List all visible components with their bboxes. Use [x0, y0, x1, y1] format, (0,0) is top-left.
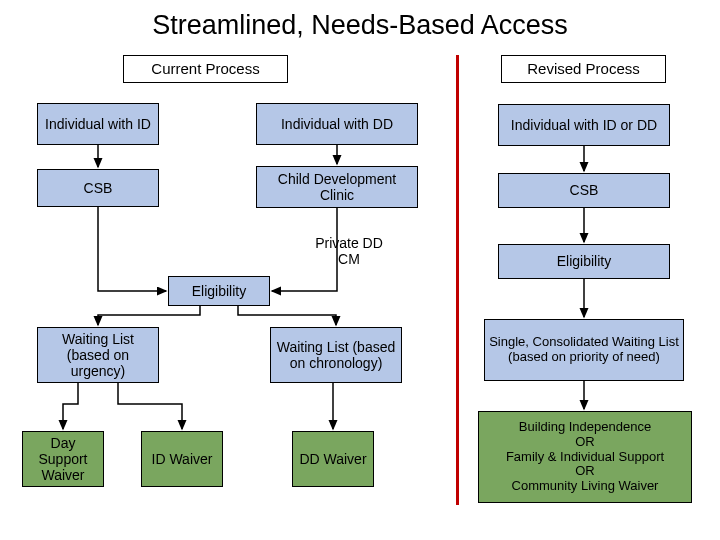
- box-waiting-chronology: Waiting List (based on chronology): [270, 327, 402, 383]
- page-title: Streamlined, Needs-Based Access: [0, 0, 720, 49]
- box-rev-csb: CSB: [498, 173, 670, 208]
- box-dd-waiver: DD Waiver: [292, 431, 374, 487]
- vertical-divider: [456, 55, 459, 505]
- box-eligibility: Eligibility: [168, 276, 270, 306]
- box-rev-individual: Individual with ID or DD: [498, 104, 670, 146]
- box-rev-waiting-list: Single, Consolidated Waiting List (based…: [484, 319, 684, 381]
- box-individual-id: Individual with ID: [37, 103, 159, 145]
- box-id-waiver: ID Waiver: [141, 431, 223, 487]
- diagram-stage: Current Process Revised Process Individu…: [0, 49, 720, 539]
- box-child-dev-clinic: Child Development Clinic: [256, 166, 418, 208]
- header-current: Current Process: [123, 55, 288, 83]
- box-csb: CSB: [37, 169, 159, 207]
- box-rev-waivers: Building Independence OR Family & Indivi…: [478, 411, 692, 503]
- box-individual-dd: Individual with DD: [256, 103, 418, 145]
- box-rev-eligibility: Eligibility: [498, 244, 670, 279]
- label-private-dd-cm: Private DD CM: [308, 232, 390, 270]
- box-day-support-waiver: Day Support Waiver: [22, 431, 104, 487]
- box-waiting-urgency: Waiting List (based on urgency): [37, 327, 159, 383]
- header-revised: Revised Process: [501, 55, 666, 83]
